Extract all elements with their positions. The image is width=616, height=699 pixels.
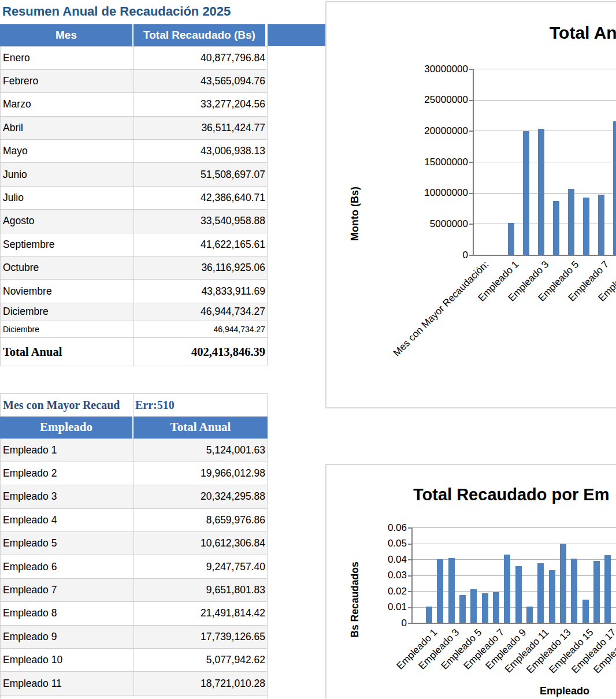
caption-mes-con-mayor[interactable]: Mes con Mayor Recaud [1, 394, 134, 417]
y-axis-tick-label: 5000000 [413, 218, 468, 229]
bar [604, 555, 611, 623]
bar [560, 544, 566, 623]
error-value-cell[interactable]: Err:510 [134, 394, 267, 417]
amount-cell[interactable]: 19,966,012.98 [134, 462, 267, 485]
employee-cell[interactable]: Empleado 3 [1, 485, 134, 508]
table-row: Diciembre46,944,734.27 [1, 303, 267, 321]
amount-cell[interactable]: 43,833,911.69 [134, 280, 267, 302]
column-header-total-recaudado[interactable]: Total Recaudado (Bs) [133, 24, 268, 46]
monthly-table-body: Enero40,877,796.84Febrero43,565,094.76Ma… [0, 46, 268, 367]
y-axis-title-text: Monto (Bs) [349, 187, 361, 241]
report-title[interactable]: Resumen Anual de Recaudación 2025 [2, 4, 231, 19]
amount-cell[interactable]: 43,565,094.76 [134, 70, 267, 92]
y-axis-tick-label: 20000000 [413, 125, 468, 136]
employee-cell[interactable]: Empleado 5 [1, 532, 134, 555]
chart-card-total-anual[interactable]: Total An Monto (Bs) 05000000100000001500… [325, 1, 616, 408]
employee-cell[interactable]: Empleado 2 [1, 462, 134, 485]
gridline [473, 69, 616, 69]
amount-cell[interactable]: 43,006,938.13 [134, 140, 267, 162]
y-axis-tick-label: 0.05 [352, 538, 407, 549]
y-axis-tick-label: 0.04 [352, 554, 407, 565]
table-row: Enero40,877,796.84 [1, 47, 267, 70]
month-cell[interactable]: Agosto [1, 210, 134, 232]
month-cell[interactable]: Abril [1, 117, 134, 139]
month-cell[interactable]: Enero [1, 47, 134, 69]
amount-cell[interactable]: 20,324,295.88 [134, 485, 267, 508]
column-header-empleado[interactable]: Empleado [0, 417, 133, 438]
monthly-table: MesTotal Recaudado (Bs)Enero40,877,796.8… [0, 24, 325, 366]
employee-cell[interactable]: Empleado 8 [1, 602, 134, 624]
employee-cell[interactable]: Empleado 1 [1, 439, 134, 462]
month-cell[interactable]: Diciembre [1, 303, 134, 321]
total-amount-cell[interactable]: 402,413,846.39 [134, 338, 267, 366]
month-cell[interactable]: Noviembre [1, 280, 134, 302]
bar [437, 559, 443, 623]
table-row: Abril36,511,424.77 [1, 117, 267, 140]
employee-cell[interactable]: Empleado 4 [1, 509, 134, 531]
column-header-mes[interactable]: Mes [0, 24, 133, 46]
employee-cell[interactable]: Empleado 9 [1, 626, 134, 648]
column-header-total-anual[interactable]: Total Anual [133, 417, 268, 438]
bar [582, 600, 589, 623]
employee-table-header: EmpleadoTotal Anual [0, 417, 268, 438]
x-axis-title: Empleado [540, 685, 589, 697]
y-axis-line [411, 527, 413, 624]
month-cell[interactable]: Diciembre [1, 321, 134, 338]
amount-cell[interactable]: 33,540,958.88 [134, 210, 267, 232]
month-cell[interactable]: Julio [1, 187, 134, 209]
month-cell[interactable]: Febrero [1, 70, 134, 92]
total-label-cell[interactable]: Total Anual [1, 338, 134, 366]
employee-cell[interactable]: Empleado 6 [1, 555, 134, 578]
bar [598, 195, 604, 255]
amount-cell[interactable]: 18,721,010.28 [134, 672, 267, 694]
amount-cell[interactable]: 21,491,814.42 [134, 602, 267, 624]
bar [593, 561, 600, 623]
table-row-total: Total Anual402,413,846.39 [1, 338, 267, 366]
chart-card-recaudado-por-empleado[interactable]: Total Recaudado por Em Bs Recaudados Emp… [325, 464, 616, 699]
y-axis-tick-label: 30000000 [413, 64, 468, 75]
month-cell[interactable]: Octubre [1, 256, 134, 279]
table-row: Empleado 1118,721,010.28 [1, 672, 267, 695]
y-axis-tick-label: 0 [352, 618, 407, 629]
amount-cell[interactable]: 51,508,697.07 [134, 163, 267, 185]
amount-cell[interactable]: 17,739,126.65 [134, 626, 267, 648]
gridline [473, 224, 616, 224]
amount-cell[interactable]: 5,124,001.63 [134, 439, 267, 462]
amount-cell[interactable]: 8,659,976.86 [134, 509, 267, 531]
table-row: Empleado 320,324,295.88 [1, 485, 267, 508]
bar [538, 129, 544, 255]
amount-cell[interactable]: 46,944,734.27 [134, 303, 267, 321]
bar [537, 563, 544, 623]
bar [493, 592, 499, 623]
bar [482, 593, 488, 623]
amount-cell[interactable]: 40,877,796.84 [134, 47, 267, 69]
amount-cell[interactable]: 9,247,757.40 [134, 555, 267, 578]
employee-cell[interactable]: Empleado 10 [1, 649, 134, 671]
month-cell[interactable]: Septiembre [1, 233, 134, 256]
column-header-blank[interactable] [268, 24, 325, 46]
month-cell[interactable]: Mayo [1, 140, 134, 162]
amount-cell[interactable]: 36,511,424.77 [134, 117, 267, 139]
bar [549, 570, 555, 623]
amount-cell[interactable]: 33,277,204.56 [134, 93, 267, 116]
amount-cell[interactable]: 42,386,640.71 [134, 187, 267, 209]
bar [426, 607, 432, 623]
x-axis-line [473, 255, 616, 256]
bar [613, 121, 616, 255]
amount-cell[interactable]: 9,651,801.83 [134, 579, 267, 601]
employee-cell[interactable]: Empleado 7 [1, 579, 134, 601]
table-row-partial [1, 696, 267, 699]
amount-cell[interactable]: 10,612,306.84 [134, 532, 267, 555]
amount-cell[interactable]: 5,077,942.62 [134, 649, 267, 671]
table-row: Empleado 917,739,126.65 [1, 626, 267, 649]
employee-table-body: Empleado 15,124,001.63Empleado 219,966,0… [0, 438, 268, 699]
amount-cell[interactable]: 41,622,165.61 [134, 233, 267, 256]
month-cell[interactable]: Junio [1, 163, 134, 185]
employee-cell[interactable]: Empleado 11 [1, 672, 134, 694]
monthly-table-header: MesTotal Recaudado (Bs) [0, 24, 325, 46]
amount-cell[interactable]: 36,116,925.06 [134, 256, 267, 279]
y-axis-tick-label: 10000000 [413, 187, 468, 198]
chart-title: Total An [550, 23, 616, 43]
month-cell[interactable]: Marzo [1, 93, 134, 116]
amount-cell[interactable]: 46,944,734.27 [134, 321, 267, 338]
